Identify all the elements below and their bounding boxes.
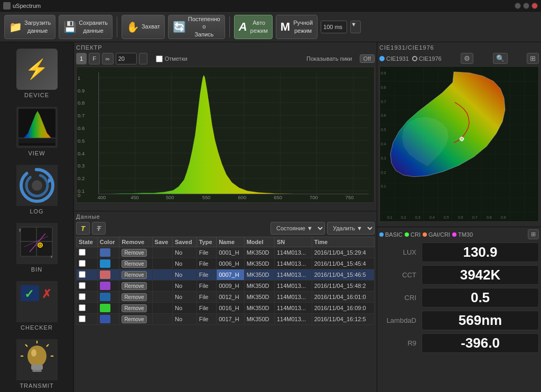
state-checkbox[interactable] <box>79 315 86 322</box>
auto-mode-button[interactable]: A Авторежим <box>234 15 273 39</box>
save-data-button[interactable]: 💾 Сохранитьданные <box>59 15 113 39</box>
data-bold-t-btn[interactable]: T <box>76 222 90 235</box>
meas-settings-btn[interactable]: ⊞ <box>528 229 539 239</box>
state-checkbox[interactable] <box>79 249 86 256</box>
cri-label: CRI <box>379 294 422 302</box>
lambdad-value: 569nm <box>422 311 539 330</box>
state-dropdown[interactable]: Состояние ▼ <box>270 222 325 235</box>
data-toolbar: T T Состояние ▼ Удалить ▼ <box>76 222 375 235</box>
cie-zoom-btn[interactable]: 🔍 <box>493 53 508 64</box>
state-checkbox[interactable] <box>79 293 86 300</box>
sidebar-item-view[interactable]: VIEW <box>5 104 69 160</box>
sidebar-item-device[interactable]: ⚡ DEVICE <box>5 45 69 101</box>
remove-button[interactable]: Remove <box>122 249 146 257</box>
sidebar-item-transmit[interactable]: TRANSMIT <box>5 336 69 392</box>
svg-text:0.6: 0.6 <box>381 114 386 117</box>
spec-btn-inf[interactable]: ∞ <box>102 53 114 64</box>
data-italic-t-btn[interactable]: T <box>92 222 106 235</box>
cie1931-label: CIE1931 <box>386 55 409 62</box>
manual-mode-icon: M <box>281 20 290 34</box>
table-row[interactable]: Remove No File 0009_H MK350D 114M013... … <box>77 281 375 292</box>
remove-button[interactable]: Remove <box>122 304 146 312</box>
cell-color <box>97 281 119 292</box>
gradual-button[interactable]: 🔄 ПостепеннооЗапись <box>168 15 225 39</box>
svg-text:0.8: 0.8 <box>487 216 492 219</box>
cell-remove: Remove <box>119 258 152 269</box>
close-btn[interactable] <box>531 3 538 9</box>
state-checkbox[interactable] <box>79 304 86 311</box>
marks-checkbox[interactable] <box>156 55 163 62</box>
cie1976-radio-dot <box>412 56 417 61</box>
table-row[interactable]: Remove No File 0016_H MK350D 114M013... … <box>77 303 375 314</box>
tab-basic[interactable]: BASIC <box>379 231 403 238</box>
app-title: uSpectrum <box>13 3 41 9</box>
remove-button[interactable]: Remove <box>122 260 146 268</box>
remove-button[interactable]: Remove <box>122 271 146 279</box>
table-row[interactable]: Remove No File 0006_H MK350D 114M013... … <box>77 258 375 269</box>
cie1976-radio[interactable]: CIE1976 <box>412 55 442 62</box>
cell-save <box>152 292 172 303</box>
maximize-btn[interactable] <box>523 3 529 9</box>
svg-text:0.3: 0.3 <box>381 156 386 160</box>
usb-icon: ⚡ <box>25 58 49 80</box>
tab-tm30[interactable]: TM30 <box>452 231 473 238</box>
cell-saved: No <box>172 247 197 258</box>
capture-button[interactable]: ✋ Захват <box>122 15 165 39</box>
color-swatch <box>100 248 110 257</box>
sidebar-item-log[interactable]: LOG <box>5 162 69 218</box>
cell-model: MK350D <box>244 292 274 303</box>
manual-mode-button[interactable]: M Ручнойрежим <box>276 15 318 39</box>
cell-time: 2016/11/04_16:12:5 <box>312 314 374 325</box>
svg-text:0: 0 <box>78 193 80 198</box>
state-checkbox[interactable] <box>79 260 86 267</box>
remove-button[interactable]: Remove <box>122 293 146 301</box>
tab-cri[interactable]: CRI <box>405 231 421 238</box>
cell-time: 2016/11/04_15:48:2 <box>312 281 374 292</box>
col-type: Type <box>197 237 216 247</box>
spectrum-controls: 1 F ∞ Отметки Показывать пики Off <box>76 53 375 64</box>
svg-text:0.6: 0.6 <box>78 126 85 131</box>
tab-basic-dot <box>379 232 384 237</box>
sidebar-item-checker[interactable]: ✓ ✗ CHECKER <box>5 278 69 334</box>
cie-grid-btn[interactable]: ⊞ <box>527 53 539 64</box>
remove-button[interactable]: Remove <box>122 282 146 290</box>
cie1976-label: CIE1976 <box>419 55 442 62</box>
divider-2 <box>229 16 230 38</box>
spec-input[interactable] <box>116 53 137 64</box>
cie-settings-btn[interactable]: ⚙ <box>461 53 473 64</box>
remove-button[interactable]: Remove <box>122 315 146 323</box>
table-scroll[interactable]: State Color Remove Save Saved Type Name … <box>76 237 375 392</box>
col-saved: Saved <box>172 237 197 247</box>
state-checkbox[interactable] <box>79 282 86 289</box>
spec-btn-f[interactable]: F <box>89 53 100 64</box>
cell-saved: No <box>172 258 197 269</box>
table-row[interactable]: Remove No File 0001_H MK350D 114M013... … <box>77 247 375 258</box>
cie-chart: 0.9 0.8 0.7 0.6 0.5 0.4 0.3 0.2 0.1 0.1 … <box>379 66 539 222</box>
time-input[interactable] <box>321 21 347 33</box>
cie1931-radio[interactable]: CIE1931 <box>379 55 409 62</box>
cell-save <box>152 258 172 269</box>
delete-dropdown[interactable]: Удалить ▼ <box>327 222 375 235</box>
tab-gai-cri[interactable]: GAI/CRI <box>423 231 450 238</box>
minimize-btn[interactable] <box>515 3 521 9</box>
cell-sn: 114M013... <box>274 303 312 314</box>
sidebar-item-bin[interactable]: y x BIN <box>5 220 69 276</box>
cell-state <box>77 314 98 325</box>
table-row[interactable]: Remove No File 0007_H MK350D 114M013... … <box>77 269 375 281</box>
peaks-off-badge: Off <box>360 54 375 63</box>
spec-btn-1[interactable]: 1 <box>76 53 87 64</box>
time-dropdown[interactable]: ▼ <box>350 21 361 33</box>
meas-row-lux: LUX 130.9 <box>379 242 539 262</box>
spec-dropdown[interactable] <box>139 53 147 64</box>
state-checkbox[interactable] <box>79 271 86 278</box>
svg-text:0.7: 0.7 <box>381 100 386 104</box>
table-row[interactable]: Remove No File 0012_H MK350D 114M013... … <box>77 292 375 303</box>
load-data-button[interactable]: 📁 Загрузитьданные <box>4 15 55 39</box>
toolbar: 📁 Загрузитьданные 💾 Сохранитьданные ✋ За… <box>0 12 541 42</box>
svg-text:0.7: 0.7 <box>78 113 85 118</box>
cell-time: 2016/11/04_15:45:4 <box>312 258 374 269</box>
table-row[interactable]: Remove No File 0017_H MK350D 114M013... … <box>77 314 375 325</box>
cell-saved: No <box>172 292 197 303</box>
capture-icon: ✋ <box>126 21 139 33</box>
svg-text:0.1: 0.1 <box>381 184 386 188</box>
